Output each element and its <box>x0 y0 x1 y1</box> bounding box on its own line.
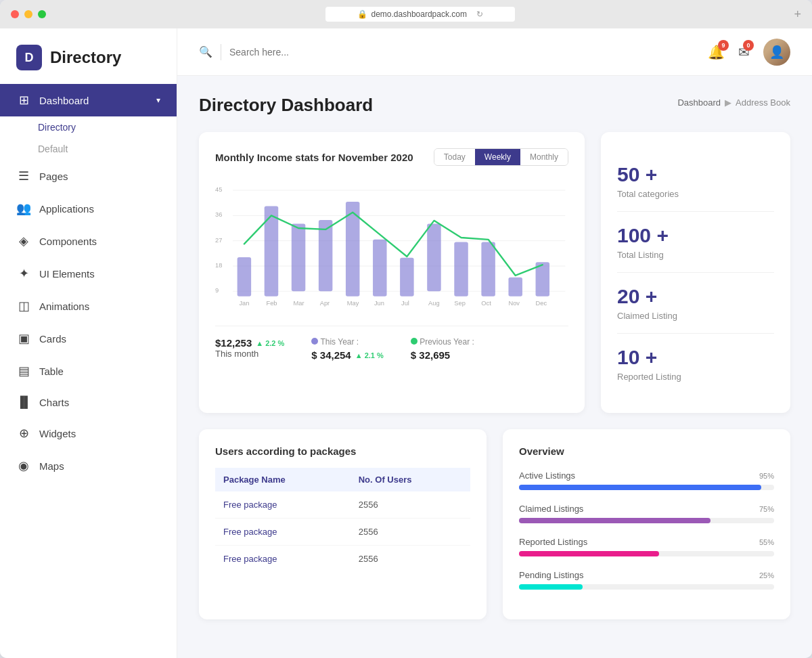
dashboard-icon: ⊞ <box>16 93 31 108</box>
svg-text:45: 45 <box>215 186 222 193</box>
svg-text:36: 36 <box>215 211 222 218</box>
sidebar-item-label: Charts <box>39 397 69 408</box>
this-month-value: $12,253 ▲ 2.2 % <box>215 337 284 349</box>
stat-total-categories: 50 + Total categories <box>617 151 774 212</box>
this-month-stat: $12,253 ▲ 2.2 % This month <box>215 337 284 361</box>
packages-table-title: Users according to packages <box>215 445 470 457</box>
search-icon: 🔍 <box>199 45 212 58</box>
maximize-button[interactable] <box>38 10 46 18</box>
package-users: 2556 <box>351 519 470 546</box>
maps-icon: ◉ <box>16 458 31 473</box>
overview-title: Overview <box>519 445 774 457</box>
svg-text:9: 9 <box>215 287 219 294</box>
progress-item-label: Claimed Listings <box>519 504 583 514</box>
sidebar-item-label: Applications <box>39 203 94 215</box>
stat-number-claimed: 20 + <box>617 285 774 308</box>
chart-footer: $12,253 ▲ 2.2 % This month This Year : <box>215 326 568 361</box>
cards-icon: ▣ <box>16 331 31 346</box>
charts-icon: ▐▌ <box>16 396 31 408</box>
search-input[interactable] <box>229 47 700 58</box>
sidebar-item-pages[interactable]: ☰ Pages <box>0 160 177 192</box>
chart-header: Monthly Income stats for November 2020 T… <box>215 148 568 166</box>
refresh-icon[interactable]: ↻ <box>476 9 483 19</box>
progress-bar-bg <box>519 518 774 523</box>
svg-rect-16 <box>400 258 414 297</box>
breadcrumb: Dashboard ▶ Address Book <box>677 97 790 108</box>
browser-toolbar: 🔒 demo.dashboardpack.com ↻ + <box>0 0 812 28</box>
breadcrumb-dashboard[interactable]: Dashboard <box>677 97 721 108</box>
page-title: Directory Dashboard <box>199 95 373 116</box>
tab-today[interactable]: Today <box>434 149 475 165</box>
lock-icon: 🔒 <box>357 9 367 19</box>
sidebar-item-label: Pages <box>39 171 68 182</box>
package-users: 2556 <box>351 491 470 519</box>
progress-label: Reported Listings 55% <box>519 537 774 547</box>
sidebar-item-maps[interactable]: ◉ Maps <box>0 449 177 482</box>
svg-rect-18 <box>454 242 468 297</box>
sidebar-logo: D Directory <box>0 28 177 84</box>
overview-progress-item: Pending Listings 25% <box>519 570 774 590</box>
progress-bar-bg <box>519 551 774 556</box>
table-row: Free package2556 <box>215 491 470 519</box>
page-content: Directory Dashboard Dashboard ▶ Address … <box>177 76 812 658</box>
sidebar-item-table[interactable]: ▤ Table <box>0 355 177 387</box>
progress-label: Claimed Listings 75% <box>519 504 774 514</box>
mail-icon-wrap[interactable]: ✉ 0 <box>738 44 750 60</box>
package-users: 2556 <box>351 546 470 573</box>
sidebar-item-dashboard[interactable]: ⊞ Dashboard ▾ <box>0 84 177 116</box>
svg-rect-20 <box>508 278 522 297</box>
tab-monthly[interactable]: Monthly <box>520 149 568 165</box>
submenu-item-directory[interactable]: Directory <box>38 116 177 138</box>
sidebar-item-animations[interactable]: ◫ Animations <box>0 290 177 322</box>
svg-rect-19 <box>481 242 495 297</box>
progress-item-label: Pending Listings <box>519 570 583 580</box>
sidebar-item-cards[interactable]: ▣ Cards <box>0 322 177 355</box>
chevron-down-icon: ▾ <box>156 95 160 105</box>
chart-card: Monthly Income stats for November 2020 T… <box>199 132 585 413</box>
tab-weekly[interactable]: Weekly <box>475 149 520 165</box>
sidebar-item-charts[interactable]: ▐▌ Charts <box>0 387 177 417</box>
progress-pct: 55% <box>759 538 774 546</box>
url-text: demo.dashboardpack.com <box>371 9 467 19</box>
user-avatar[interactable]: 👤 <box>763 39 790 66</box>
progress-bar-bg <box>519 485 774 490</box>
progress-bar-fill <box>519 518 710 523</box>
close-button[interactable] <box>11 10 19 18</box>
svg-rect-15 <box>373 240 387 297</box>
pages-icon: ☰ <box>16 169 31 183</box>
page-header: Directory Dashboard Dashboard ▶ Address … <box>199 95 790 116</box>
sidebar-item-components[interactable]: ◈ Components <box>0 225 177 257</box>
col-num-users: No. Of Users <box>351 468 470 491</box>
logo-text: Directory <box>50 48 121 67</box>
svg-text:Apr: Apr <box>320 300 330 307</box>
overview-progress-item: Active Listings 95% <box>519 470 774 490</box>
sidebar-item-applications[interactable]: 👥 Applications <box>0 192 177 225</box>
svg-text:Jun: Jun <box>374 300 384 307</box>
progress-bar-fill <box>519 584 583 590</box>
url-bar[interactable]: 🔒 demo.dashboardpack.com ↻ <box>325 7 515 22</box>
progress-pct: 75% <box>759 505 774 513</box>
this-year-dot <box>311 338 318 345</box>
sidebar-item-ui-elements[interactable]: ✦ UI Elements <box>0 257 177 290</box>
this-year-value: $ 34,254 ▲ 2.1 % <box>311 349 383 361</box>
income-chart: 45 36 27 18 9 <box>215 179 568 315</box>
packages-table-card: Users according to packages Package Name… <box>199 429 487 619</box>
new-tab-button[interactable]: + <box>794 7 801 22</box>
progress-pct: 25% <box>759 571 774 579</box>
submenu-item-default[interactable]: Default <box>38 138 177 160</box>
sidebar-item-widgets[interactable]: ⊕ Widgets <box>0 417 177 449</box>
notification-badge: 9 <box>718 40 729 51</box>
svg-rect-17 <box>427 224 441 292</box>
sidebar-navigation: ⊞ Dashboard ▾ Directory Default ☰ Pages … <box>0 84 177 658</box>
minimize-button[interactable] <box>24 10 32 18</box>
overview-progress-item: Reported Listings 55% <box>519 537 774 556</box>
svg-text:Aug: Aug <box>428 300 440 307</box>
logo-icon: D <box>16 45 42 70</box>
notification-bell[interactable]: 🔔 9 <box>708 44 725 60</box>
breadcrumb-current: Address Book <box>736 97 790 108</box>
svg-text:Jul: Jul <box>401 300 409 307</box>
progress-item-label: Active Listings <box>519 470 575 481</box>
dashboard-submenu: Directory Default <box>0 116 177 160</box>
packages-table: Package Name No. Of Users Free package25… <box>215 468 470 572</box>
package-name: Free package <box>215 546 351 573</box>
